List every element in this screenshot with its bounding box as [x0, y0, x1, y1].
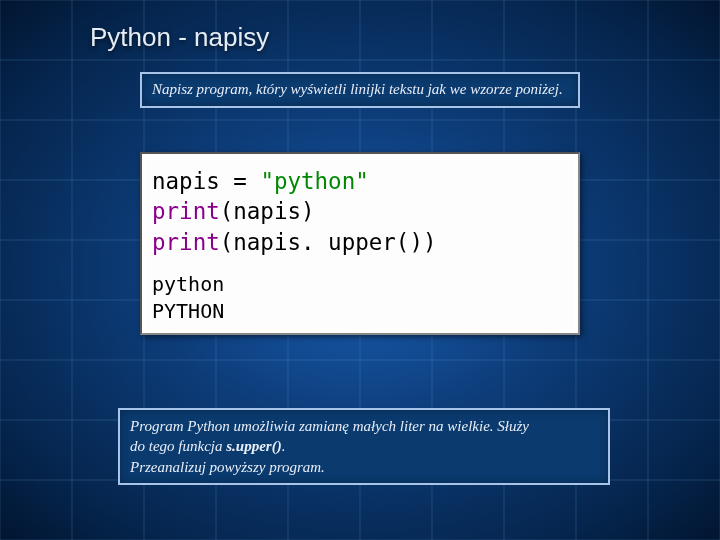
code-identifier: napis	[233, 229, 301, 255]
explanation-box: Program Python umożliwia zamianę małych …	[118, 408, 610, 485]
code-identifier: napis	[152, 168, 220, 194]
output-line-1: python	[152, 271, 568, 298]
code-string: "python"	[260, 168, 368, 194]
code-paren: ()	[396, 229, 423, 255]
code-method: upper	[328, 229, 396, 255]
code-operator: =	[220, 168, 261, 194]
code-line-3: print(napis. upper())	[152, 227, 568, 257]
code-function: print	[152, 229, 220, 255]
code-dot: .	[301, 229, 328, 255]
explanation-function-name: s.upper()	[226, 438, 281, 454]
instruction-text: Napisz program, który wyświetli linijki …	[152, 81, 563, 97]
output-line-2: PYTHON	[152, 298, 568, 325]
explanation-text: .	[282, 438, 286, 454]
code-area: napis = "python" print(napis) print(napi…	[146, 158, 574, 329]
code-paren: (	[220, 198, 234, 224]
code-paren: )	[301, 198, 315, 224]
explanation-text: do tego funkcja	[130, 438, 226, 454]
code-separator	[152, 261, 568, 267]
code-function: print	[152, 198, 220, 224]
explanation-line-1: Program Python umożliwia zamianę małych …	[130, 416, 598, 436]
code-line-2: print(napis)	[152, 196, 568, 226]
explanation-line-3: Przeanalizuj powyższy program.	[130, 457, 598, 477]
instruction-box: Napisz program, który wyświetli linijki …	[140, 72, 580, 108]
slide-title: Python - napisy	[90, 22, 269, 53]
code-screenshot-frame: napis = "python" print(napis) print(napi…	[140, 152, 580, 335]
code-paren: )	[423, 229, 437, 255]
code-identifier: napis	[233, 198, 301, 224]
code-paren: (	[220, 229, 234, 255]
explanation-line-2: do tego funkcja s.upper().	[130, 436, 598, 456]
code-line-1: napis = "python"	[152, 166, 568, 196]
